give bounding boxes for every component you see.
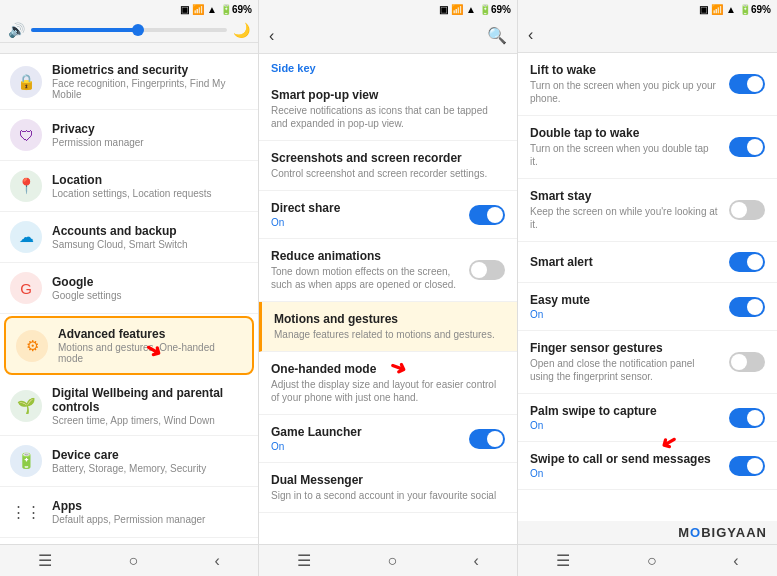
toggle-direct-share[interactable]: [469, 205, 505, 225]
title-device: Device care: [52, 448, 248, 462]
icon-apps: ⋮⋮: [10, 496, 42, 528]
title-accounts: Accounts and backup: [52, 224, 248, 238]
setting-item-privacy[interactable]: 🛡 Privacy Permission manager: [0, 110, 258, 161]
icon-privacy: 🛡: [10, 119, 42, 151]
toggle3-swipe-call[interactable]: [729, 456, 765, 476]
feature-item-reduce-animations[interactable]: Reduce animationsTone down motion effect…: [259, 239, 517, 302]
fsub-reduce-animations: Tone down motion effects on the screen, …: [271, 265, 469, 291]
gstatus-easy-mute: On: [530, 309, 719, 320]
gesture-item-finger-sensor[interactable]: Finger sensor gesturesOpen and close the…: [518, 331, 777, 394]
setting-item-wellbeing[interactable]: 🌱 Digital Wellbeing and parental control…: [0, 377, 258, 436]
toggle3-easy-mute[interactable]: [729, 297, 765, 317]
volume-bar[interactable]: 🔊 🌙: [0, 18, 258, 43]
title-apps: Apps: [52, 499, 248, 513]
text-google: Google Google settings: [52, 275, 248, 301]
back-arrow-3[interactable]: ‹: [528, 26, 533, 44]
toggle-reduce-animations[interactable]: [469, 260, 505, 280]
menu-button-3[interactable]: ☰: [556, 551, 570, 570]
text-accounts: Accounts and backup Samsung Cloud, Smart…: [52, 224, 248, 250]
gesture-item-easy-mute[interactable]: Easy muteOn: [518, 283, 777, 331]
status-bar-2: ▣ 📶 ▲ 🔋69%: [259, 0, 517, 18]
setting-item-biometrics[interactable]: 🔒 Biometrics and security Face recogniti…: [0, 54, 258, 110]
back-arrow-2[interactable]: ‹: [269, 27, 274, 45]
text-biometrics: Biometrics and security Face recognition…: [52, 63, 248, 100]
gesture-item-lift-to-wake[interactable]: Lift to wakeTurn on the screen when you …: [518, 53, 777, 116]
battery-icon-2: 🔋69%: [479, 4, 511, 15]
feature-item-screenshots[interactable]: Screenshots and screen recorderControl s…: [259, 141, 517, 191]
gesture-item-swipe-call[interactable]: Swipe to call or send messagesOn: [518, 442, 777, 490]
ftext-dual-messenger: Dual MessengerSign in to a second accoun…: [271, 473, 505, 502]
text-location: Location Location settings, Location req…: [52, 173, 248, 199]
gesture-item-double-tap[interactable]: Double tap to wakeTurn on the screen whe…: [518, 116, 777, 179]
setting-item-advanced[interactable]: ⚙ Advanced features Motions and gestures…: [4, 316, 254, 375]
toggle3-smart-stay[interactable]: [729, 200, 765, 220]
home-button-3[interactable]: ○: [647, 552, 657, 570]
home-button-1[interactable]: ○: [128, 552, 138, 570]
ftitle-motions: Motions and gestures: [274, 312, 505, 326]
advanced-features-panel: ▣ 📶 ▲ 🔋69% ‹ 🔍 Side key Smart pop-up vie…: [259, 0, 518, 576]
fsub-smart-popup: Receive notifications as icons that can …: [271, 104, 505, 130]
back-button-1[interactable]: ‹: [214, 552, 219, 570]
gtext-lift-to-wake: Lift to wakeTurn on the screen when you …: [530, 63, 729, 105]
settings-panel: ▣ 📶 ▲ 🔋69% 🔊 🌙 🔒 Biometrics and security…: [0, 0, 259, 576]
ftext-reduce-animations: Reduce animationsTone down motion effect…: [271, 249, 469, 291]
subtitle-device: Battery, Storage, Memory, Security: [52, 463, 248, 474]
back-button-2[interactable]: ‹: [473, 552, 478, 570]
text-device: Device care Battery, Storage, Memory, Se…: [52, 448, 248, 474]
status-icons-3: ▣ 📶 ▲ 🔋69%: [699, 4, 771, 15]
home-button-2[interactable]: ○: [387, 552, 397, 570]
setting-item-apps[interactable]: ⋮⋮ Apps Default apps, Permission manager: [0, 487, 258, 538]
gtext-palm-swipe: Palm swipe to captureOn: [530, 404, 729, 431]
screen-lock-bar: [0, 43, 258, 54]
feature-item-direct-share[interactable]: Direct shareOn: [259, 191, 517, 239]
gesture-item-smart-alert[interactable]: Smart alert: [518, 242, 777, 283]
setting-item-location[interactable]: 📍 Location Location settings, Location r…: [0, 161, 258, 212]
status-bar-1: ▣ 📶 ▲ 🔋69%: [0, 0, 258, 18]
toggle3-smart-alert[interactable]: [729, 252, 765, 272]
ftitle-game-launcher: Game Launcher: [271, 425, 362, 439]
menu-button-2[interactable]: ☰: [297, 551, 311, 570]
volume-slider[interactable]: [31, 28, 227, 32]
battery-icon: 🔋69%: [220, 4, 252, 15]
icon-biometrics: 🔒: [10, 66, 42, 98]
feature-item-motions[interactable]: Motions and gesturesManage features rela…: [259, 302, 517, 352]
nav-bar-3: ☰ ○ ‹: [518, 544, 777, 576]
ftext-direct-share: Direct shareOn: [271, 201, 340, 228]
fsub-one-handed: Adjust the display size and layout for e…: [271, 378, 505, 404]
menu-button-1[interactable]: ☰: [38, 551, 52, 570]
toggle3-finger-sensor[interactable]: [729, 352, 765, 372]
toggle-game-launcher[interactable]: [469, 429, 505, 449]
subtitle-accounts: Samsung Cloud, Smart Switch: [52, 239, 248, 250]
feature-item-smart-popup[interactable]: Smart pop-up viewReceive notifications a…: [259, 78, 517, 141]
feature-item-game-launcher[interactable]: Game LauncherOn: [259, 415, 517, 463]
fstatus-game-launcher: On: [271, 441, 362, 452]
gesture-item-smart-stay[interactable]: Smart stayKeep the screen on while you'r…: [518, 179, 777, 242]
gtitle-lift-to-wake: Lift to wake: [530, 63, 719, 77]
icon-location: 📍: [10, 170, 42, 202]
setting-item-google[interactable]: G Google Google settings: [0, 263, 258, 314]
setting-item-accounts[interactable]: ☁ Accounts and backup Samsung Cloud, Sma…: [0, 212, 258, 263]
search-icon-2[interactable]: 🔍: [487, 26, 507, 45]
subtitle-google: Google settings: [52, 290, 248, 301]
ftext-motions: Motions and gesturesManage features rela…: [274, 312, 505, 341]
toggle3-double-tap[interactable]: [729, 137, 765, 157]
feature-item-one-handed[interactable]: One-handed modeAdjust the display size a…: [259, 352, 517, 415]
back-button-3[interactable]: ‹: [733, 552, 738, 570]
toggle3-palm-swipe[interactable]: [729, 408, 765, 428]
moon-icon: 🌙: [233, 22, 250, 38]
gesture-item-palm-swipe[interactable]: Palm swipe to captureOn: [518, 394, 777, 442]
icon-advanced: ⚙: [16, 330, 48, 362]
setting-item-device[interactable]: 🔋 Device care Battery, Storage, Memory, …: [0, 436, 258, 487]
toggle3-lift-to-wake[interactable]: [729, 74, 765, 94]
text-advanced: Advanced features Motions and gestures, …: [58, 327, 242, 364]
feature-item-dual-messenger[interactable]: Dual MessengerSign in to a second accoun…: [259, 463, 517, 513]
gtext-double-tap: Double tap to wakeTurn on the screen whe…: [530, 126, 729, 168]
gtext-finger-sensor: Finger sensor gesturesOpen and close the…: [530, 341, 729, 383]
gtitle-easy-mute: Easy mute: [530, 293, 719, 307]
gtitle-double-tap: Double tap to wake: [530, 126, 719, 140]
gtitle-palm-swipe: Palm swipe to capture: [530, 404, 719, 418]
motions-gestures-panel: ▣ 📶 ▲ 🔋69% ‹ Lift to wakeTurn on the scr…: [518, 0, 777, 576]
gtitle-swipe-call: Swipe to call or send messages: [530, 452, 719, 466]
title-wellbeing: Digital Wellbeing and parental controls: [52, 386, 248, 414]
nav-bar-1: ☰ ○ ‹: [0, 544, 258, 576]
